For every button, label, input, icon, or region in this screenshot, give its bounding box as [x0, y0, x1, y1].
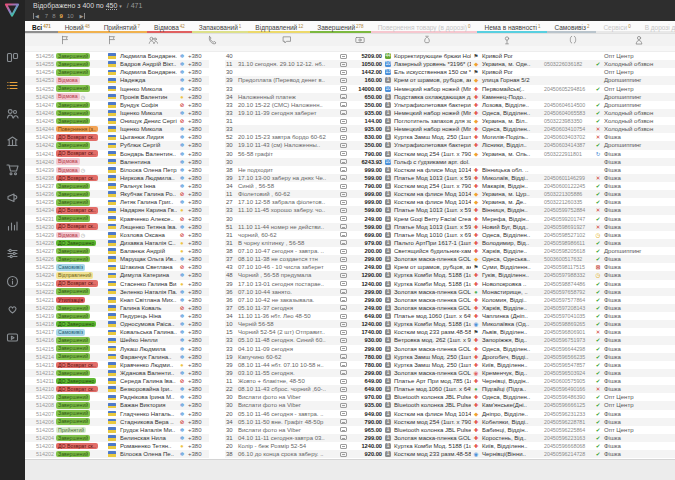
status-cell[interactable]: ДО Завершено: [55, 320, 105, 328]
client-name[interactable]: Ковальська Галина..: [119, 328, 177, 336]
product-name[interactable]: Костюм на флисе Мод 1014 (1ш..: [393, 166, 471, 174]
order-row[interactable]: 514240ВідмоваВалентина❄+380306243.9310Го…: [25, 158, 675, 166]
status-cell[interactable]: ДО Возврат ск..: [55, 174, 105, 182]
delivery-address[interactable]: Украина, м. Цур..: [481, 190, 543, 198]
product-name[interactable]: Немецкий набор ножей (Mirag..: [393, 85, 471, 93]
status-cell[interactable]: Завершений: [55, 141, 105, 149]
ttn-number[interactable]: 20450596486390: [543, 393, 593, 401]
product-name[interactable]: Костюм мод 254 (1шт. x 790.00..: [393, 150, 471, 158]
delivery-address[interactable]: Одеса, Одеська..: [481, 255, 543, 263]
client-name[interactable]: Людмила Бондарен..: [119, 68, 177, 76]
clients-column-icon[interactable]: [119, 34, 187, 46]
status-cell[interactable]: Утилізація: [55, 296, 105, 304]
order-row[interactable]: 514237ЗавершенийРальчук Інна❄+38034Синій…: [25, 182, 675, 190]
product-name[interactable]: Золотая маска-пленка GOLD C..: [393, 296, 471, 304]
manager-comment[interactable]: 08.10 11-38 не создается ттн: [237, 255, 337, 263]
tab-Відмова[interactable]: Відмова42: [147, 21, 192, 33]
order-row[interactable]: 514229Відмова◷Козлова Оксана⊘+38031чорни…: [25, 231, 675, 239]
manager-comment[interactable]: 19.10 11-43 (см) Наложенны..: [237, 141, 337, 149]
manager-comment[interactable]: чорний, 60-62: [237, 231, 337, 239]
client-name[interactable]: Ральчук Інна: [119, 182, 177, 190]
delivery-address[interactable]: Одеса, Відділен..: [481, 231, 543, 239]
status-cell[interactable]: Завершений: [55, 345, 105, 353]
delivery-address[interactable]: [481, 158, 543, 166]
order-row[interactable]: 514248Відмова◷Пронів Валентин●+38034Нало…: [25, 93, 675, 101]
tab-Нема в наявності[interactable]: Нема в наявності1: [477, 21, 547, 33]
ttn-number[interactable]: 0503223983350: [543, 117, 593, 125]
order-row[interactable]: 514214ЗавершенийФаранчук Галина..❄+38019…: [25, 353, 675, 361]
client-name[interactable]: Педурець Ніна: [119, 312, 177, 320]
delivery-address[interactable]: Мерефа, Віддін..: [481, 215, 543, 223]
ttn-number[interactable]: 20450596225864: [543, 426, 593, 434]
delivery-address[interactable]: Кобеляки, Відді..: [481, 418, 543, 426]
manager-comment[interactable]: 04.10 11-09 сегодня: [237, 345, 337, 353]
delivery-address[interactable]: Могилів-Поділь..: [481, 133, 543, 141]
status-cell[interactable]: Відмова◷: [55, 93, 105, 101]
order-row[interactable]: 514238ДО Возврат ск..Ниркова Людмила..❄+…: [25, 174, 675, 182]
order-row[interactable]: 514217СамовивізКовальська Галина..❄+3801…: [25, 328, 675, 336]
product-name[interactable]: Bluetooth колонка JBL Pulse-3 (..: [393, 393, 471, 401]
manager-comment[interactable]: 05.10 11-37 сегодня: [237, 304, 337, 312]
ttn-number[interactable]: 20450596751973: [543, 336, 593, 344]
client-name[interactable]: Лукаш Людмила: [119, 345, 177, 353]
manager-comment[interactable]: 11.10 11-45 хорошо заберу. чо..: [237, 206, 337, 214]
tab-В дорозі додому[interactable]: В дорозі додому0: [638, 21, 675, 33]
manager-comment[interactable]: [237, 215, 337, 223]
product-name[interactable]: Немецкий набор ножей (Mirage..: [393, 109, 471, 117]
order-row[interactable]: 514209ЗавершенийРаднікова Ірина М..❄+380…: [25, 393, 675, 401]
client-name[interactable]: Лященко Тетяна Іва..: [119, 223, 177, 231]
product-name[interactable]: Платье Мод 1013 (1шт. x 599.00..: [393, 223, 471, 231]
sidebar-item-statistics-icon[interactable]: [6, 218, 19, 231]
manager-comment[interactable]: В чорну клітинку , 56-58: [237, 239, 337, 247]
client-name[interactable]: Козлова Оксана: [119, 231, 177, 239]
manager-comment[interactable]: 05.10 11-50 вне. Графіт 48-50р: [237, 418, 337, 426]
order-row[interactable]: 514225СамовивізШтакина Светлана⊘+3804307…: [25, 263, 675, 271]
product-name[interactable]: Ультрафиолетовая бактерицид..: [393, 101, 471, 109]
manager-comment[interactable]: Синій , 56-58: [237, 182, 337, 190]
order-row[interactable]: 514210ДО Возврат ск..Безкоровайна Іри..❄…: [25, 385, 675, 393]
order-row[interactable]: 514208ЗавершенийБажан Виктория❄+38030Вис…: [25, 401, 675, 409]
status-cell[interactable]: ДО Возврат ск..: [55, 133, 105, 141]
product-name[interactable]: Корректирующие брюки Holly..: [393, 52, 471, 60]
tab-Новий[interactable]: Новий48: [58, 21, 97, 33]
ttn-number[interactable]: [543, 158, 593, 166]
ttn-number[interactable]: 20450598691927: [543, 223, 593, 231]
client-name[interactable]: Рублюк Сергій: [119, 141, 177, 149]
order-row[interactable]: 514239Відмова◷Білоока Олена Петр..❄+3803…: [25, 166, 675, 174]
delivery-address[interactable]: Дрогобич, Відді..: [481, 353, 543, 361]
client-name[interactable]: Штакина Светлана: [119, 263, 177, 271]
client-name[interactable]: Бондарь Валентин..: [119, 150, 177, 158]
product-name[interactable]: Подставка охлаждающая для..: [393, 93, 471, 101]
status-column-flag-icon[interactable]: [25, 34, 105, 46]
status-cell[interactable]: Завершений: [55, 410, 105, 418]
product-name[interactable]: Ель искусственная 150 см *127..: [393, 68, 471, 76]
tab-Прийнятий[interactable]: Прийнятий7: [97, 21, 147, 33]
status-cell[interactable]: Відмова: [55, 158, 105, 166]
product-name[interactable]: Золотая маска-пленка GOLD C..: [393, 288, 471, 296]
manager-comment[interactable]: 05.10 11-48 сегодня. Синий 60..: [237, 336, 337, 344]
client-name[interactable]: Бажан Виктория: [119, 401, 177, 409]
ttn-number[interactable]: 20450599201747: [543, 215, 593, 223]
product-name[interactable]: Куртка Замш Мод. 250 (1шт. x 8..: [393, 133, 471, 141]
manager-comment[interactable]: 04.10 11-11 сегодня-завтра 03..: [237, 434, 337, 442]
order-row[interactable]: 514241ДО Возврат ск..Бондарь Валентин..❄…: [25, 150, 675, 158]
ttn-number[interactable]: 20450603410754: [543, 125, 593, 133]
order-row[interactable]: 514203ДО Возврат ск..Романенко Тетян..●+…: [25, 442, 675, 450]
order-row[interactable]: 514246ЗавершенийІщенко Микола❄+3803319.1…: [25, 109, 675, 117]
delivery-address[interactable]: Кривой Рог: [481, 68, 543, 76]
ttn-number[interactable]: [543, 93, 593, 101]
manager-comment[interactable]: Предоплата (Перевод денег в..: [237, 76, 337, 84]
order-row[interactable]: 514242ЗавершенийРублюк Сергій❄+3803019.1…: [25, 141, 675, 149]
status-cell[interactable]: Завершений: [55, 401, 105, 409]
product-name[interactable]: Куртка Комби Мод. 5188 (1шт. x..: [393, 271, 471, 279]
ttn-number[interactable]: 20450600575905: [543, 377, 593, 385]
product-name[interactable]: Куртка Комби Мод. 5188 (1шт. x..: [393, 442, 471, 450]
delivery-address[interactable]: Вінниця, Віддін..: [481, 206, 543, 214]
ttn-number[interactable]: [543, 52, 593, 60]
ttn-number[interactable]: [543, 68, 593, 76]
sidebar-item-donate-icon[interactable]: [6, 302, 19, 315]
ttn-number[interactable]: 20450603414387: [543, 141, 593, 149]
order-row[interactable]: 514243ДО Возврат ск..Цыганюк Лидия❄+3805…: [25, 133, 675, 141]
client-name[interactable]: Кнап Світлана Мих..: [119, 296, 177, 304]
delivery-address[interactable]: Макарів, Віддін..: [481, 182, 543, 190]
